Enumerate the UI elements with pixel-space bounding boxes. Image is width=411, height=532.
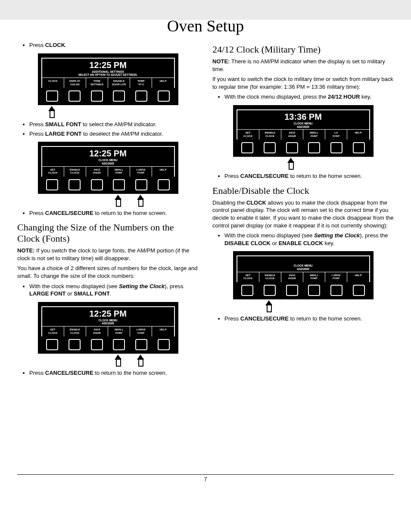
arrow-icon [137,194,143,206]
label-set-clock: SETCLOCK [237,272,259,282]
label-la-font: LAFONT [325,130,347,140]
note-fonts: NOTE: If you switch the clock to large f… [17,247,199,262]
panel-button[interactable] [113,90,125,102]
label-small-font: SMALLFONT [108,327,130,336]
label-enable-clock: ENABLECLOCK [259,272,281,282]
label-temp: TEMP°F/°C [130,78,152,88]
label-tone-settings: TONESETTINGS [86,78,108,88]
display-panel-clock-disabled: CLOCK MENU 4/02/2005 SETCLOCK ENABLECLOC… [233,251,374,299]
arrow-icon [265,299,271,311]
page-number: 7 [17,474,394,482]
section-heading-enable-disable: Enable/Disable the Clock [212,185,394,196]
panel-button[interactable] [158,90,170,102]
panel-button[interactable] [46,90,58,102]
clock-time: 13:36 PM [237,112,369,122]
clock-time: 12:25 PM [42,309,174,319]
left-column: Press CLOCK. 12:25 PM ADDITIONAL SETTING… [17,39,199,380]
panel-button[interactable] [330,285,342,296]
panel-button[interactable] [308,285,320,296]
label-help: HELP [347,272,369,282]
panel-button[interactable] [68,339,81,350]
step-large-font: Press LARGE FONT to deselect the AM/PM i… [29,130,199,138]
section-heading-fonts: Changing the Size of the Numbers on the … [17,222,199,244]
label-small-font: SMALLFONT [303,272,325,282]
label-clock: CLOCK [42,78,64,88]
panel-button[interactable] [353,285,365,296]
panel-button[interactable] [241,142,253,153]
label-set-clock: SETCLOCK [42,327,64,336]
label-small-font: SMALLFONT [108,167,130,177]
para-disable-clock: Disabling the CLOCK allows you to make t… [212,199,394,229]
panel-button[interactable] [68,179,81,190]
panel-button[interactable] [264,142,276,153]
panel-button[interactable] [353,142,365,153]
panel-button[interactable] [113,179,125,190]
page-title: Oven Setup [17,16,394,35]
panel-button[interactable] [308,142,320,153]
display-panel-additional-settings: 12:25 PM ADDITIONAL SETTINGS SELECT AN O… [38,53,178,106]
panel-button[interactable] [135,90,147,102]
arrow-icon [115,354,121,366]
panel-button[interactable] [286,285,298,296]
panel-button[interactable] [46,179,58,190]
step-press-clock: Press CLOCK. [29,41,199,49]
label-disable-door-lite: DISABLEDOOR LITE [108,78,130,88]
para-military: If you want to switch the clock to milit… [212,75,394,90]
arrow-icon [48,105,54,117]
panel-button[interactable] [158,179,170,190]
section-heading-2412: 24/12 Clock (Military Time) [212,44,394,55]
label-large-font: LARGEFONT [130,327,152,336]
display-panel-clock-menu: 12:25 PM CLOCK MENU 4/02/2005 SETCLOCK E… [38,142,178,194]
step-cancel-secure: Press CANCEL/SECURE to return to the hom… [224,172,394,180]
panel-button[interactable] [113,339,125,350]
step-cancel-secure: Press CANCEL/SECURE to return to the hom… [224,315,394,323]
step-small-font: Press SMALL FONT to select the AM/PM ind… [29,121,199,128]
step-cancel-secure: Press CANCEL/SECURE to return to the hom… [29,369,199,377]
clock-time: 12:25 PM [42,149,174,159]
step-2412-hour: With the clock menu displayed, press the… [224,93,394,101]
panel-button[interactable] [135,179,147,190]
label-2412-hour: 24/12HOUR [86,327,108,336]
label-2412-hour: 24/12HOUR [281,130,303,140]
label-large-font: LARGEFONT [130,167,152,177]
label-small-font: SMALLFONT [303,130,325,140]
label-help: HELP [152,327,174,336]
label-enable-clock: ENABLECLOCK [259,130,281,140]
panel-button[interactable] [91,179,103,190]
panel-button[interactable] [91,339,103,350]
panel-button[interactable] [68,90,81,102]
panel-button[interactable] [286,142,298,153]
panel-button[interactable] [91,90,103,102]
label-help: HELP [152,167,174,177]
arrow-icon [137,354,143,366]
step-cancel-secure: Press CANCEL/SECURE to return to the hom… [29,209,199,217]
label-help: HELP [347,130,369,140]
clock-time: 12:25 PM [42,60,174,70]
arrow-icon [287,157,293,169]
label-2412-hour: 24/12HOUR [86,167,108,177]
arrow-icon [115,194,121,206]
step-press-font: With the clock menu displayed (see Setti… [29,283,199,298]
step-disable-enable-clock: With the clock menu displayed (see Setti… [224,232,394,247]
panel-button[interactable] [330,142,342,153]
para-font-choice: You have a choice of 2 different sizes o… [17,264,199,280]
label-enable-clock: ENABLECLOCK [64,327,86,336]
label-display-color: DISPLAYCOLOR [64,78,86,88]
label-set-clock: SETCLOCK [42,167,64,177]
display-panel-military: 13:36 PM CLOCK MENU 4/02/2005 SETCLOCK E… [233,105,374,157]
label-set-clock: SETCLOCK [237,130,259,140]
label-help: HELP [152,78,174,88]
display-panel-clock-menu: 12:25 PM CLOCK MENU 4/02/2005 SETCLOCK E… [38,302,178,354]
right-column: 24/12 Clock (Military Time) NOTE: There … [212,39,394,380]
note-military: NOTE: There is no AM/PM indicator when t… [212,58,394,73]
panel-button[interactable] [264,285,276,296]
panel-button[interactable] [241,285,253,296]
panel-button[interactable] [158,339,170,350]
panel-button[interactable] [46,339,58,350]
label-large-font: LARGEFONT [325,272,347,282]
label-2412-hour: 24/12HOUR [281,272,303,282]
label-enable-clock: ENABLECLOCK [64,167,86,177]
panel-button[interactable] [135,339,147,350]
